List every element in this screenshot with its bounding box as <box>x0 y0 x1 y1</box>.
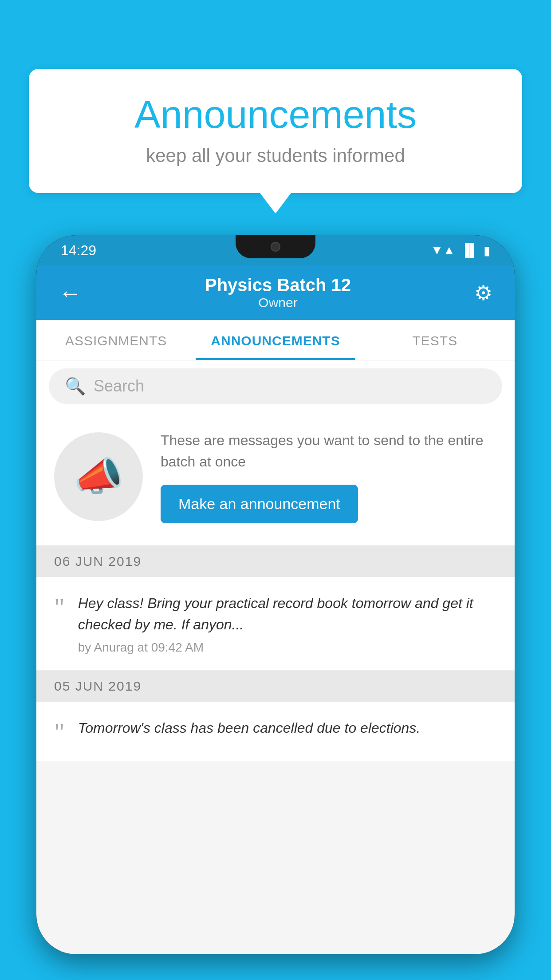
status-time: 14:29 <box>61 242 96 259</box>
speech-bubble: Announcements keep all your students inf… <box>29 69 522 193</box>
promo-right: These are messages you want to send to t… <box>161 430 497 523</box>
batch-title: Physics Batch 12 <box>205 275 351 295</box>
date-label-1: 06 JUN 2019 <box>54 554 142 569</box>
announcement-content-1: Hey class! Bring your practical record b… <box>78 593 497 655</box>
date-separator-2: 05 JUN 2019 <box>36 671 515 702</box>
settings-button[interactable]: ⚙ <box>474 281 492 305</box>
search-icon: 🔍 <box>65 376 86 396</box>
announcement-text-2: Tomorrow's class has been cancelled due … <box>78 717 497 739</box>
promo-icon-circle: 📣 <box>54 432 143 521</box>
announcements-title: Announcements <box>55 93 496 136</box>
tab-announcements[interactable]: ANNOUNCEMENTS <box>196 320 355 360</box>
header-title-group: Physics Batch 12 Owner <box>205 275 351 310</box>
tab-tests[interactable]: TESTS <box>355 320 515 360</box>
quote-icon-2: " <box>54 719 65 745</box>
date-separator-1: 06 JUN 2019 <box>36 546 515 577</box>
phone-frame: 14:29 ▼▲ ▐▌ ▮ ← Physics Batch 12 Owner <box>36 235 515 954</box>
announcements-subtitle: keep all your students informed <box>55 145 496 166</box>
announcement-item-1[interactable]: " Hey class! Bring your practical record… <box>36 577 515 671</box>
app-header: ← Physics Batch 12 Owner ⚙ <box>36 265 515 320</box>
status-bar: 14:29 ▼▲ ▐▌ ▮ <box>36 235 515 265</box>
back-button[interactable]: ← <box>59 280 82 306</box>
phone-inner: 14:29 ▼▲ ▐▌ ▮ ← Physics Batch 12 Owner <box>36 235 515 954</box>
make-announcement-button[interactable]: Make an announcement <box>161 485 358 523</box>
phone-notch <box>236 235 315 258</box>
promo-description: These are messages you want to send to t… <box>161 430 497 472</box>
speech-bubble-container: Announcements keep all your students inf… <box>29 69 522 193</box>
battery-icon: ▮ <box>484 243 490 258</box>
search-placeholder: Search <box>94 377 144 395</box>
tabs-bar: ASSIGNMENTS ANNOUNCEMENTS TESTS <box>36 320 515 360</box>
announcement-text-1: Hey class! Bring your practical record b… <box>78 593 497 635</box>
app-content: 🔍 Search 📣 These are messages you want t… <box>36 360 515 954</box>
tab-assignments[interactable]: ASSIGNMENTS <box>36 320 196 360</box>
megaphone-icon: 📣 <box>74 453 123 500</box>
announcement-content-2: Tomorrow's class has been cancelled due … <box>78 717 497 745</box>
status-icons: ▼▲ ▐▌ ▮ <box>431 243 490 258</box>
wifi-icon: ▼▲ <box>431 243 455 257</box>
quote-icon-1: " <box>54 595 65 655</box>
promo-section: 📣 These are messages you want to send to… <box>36 412 515 546</box>
announcement-meta-1: by Anurag at 09:42 AM <box>78 640 497 655</box>
signal-icon: ▐▌ <box>460 243 478 257</box>
front-camera <box>271 242 280 252</box>
search-bar-wrapper: 🔍 Search <box>36 360 515 412</box>
phone-container: 14:29 ▼▲ ▐▌ ▮ ← Physics Batch 12 Owner <box>36 235 515 980</box>
search-bar[interactable]: 🔍 Search <box>49 368 502 404</box>
batch-role: Owner <box>205 295 351 310</box>
date-label-2: 05 JUN 2019 <box>54 679 142 694</box>
announcement-item-2[interactable]: " Tomorrow's class has been cancelled du… <box>36 702 515 761</box>
